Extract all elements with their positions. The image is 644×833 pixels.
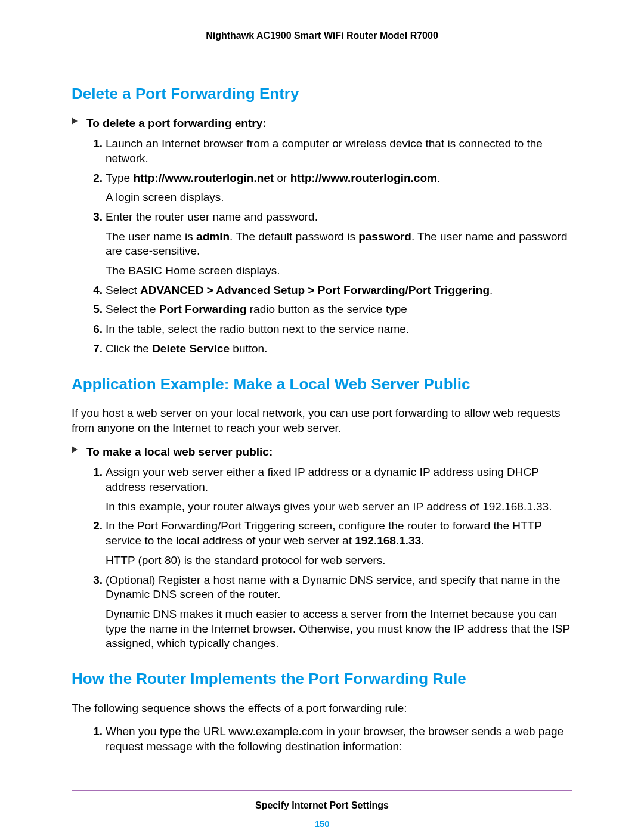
step-item: 5. Select the Port Forwarding radio butt… bbox=[92, 302, 572, 317]
step-number: 1. bbox=[88, 137, 103, 151]
steps-list-implements: 1. When you type the URL www.example.com… bbox=[72, 724, 572, 754]
step-text-part: radio button as the service type bbox=[247, 303, 407, 315]
step-item: 4. Select ADVANCED > Advanced Setup > Po… bbox=[92, 283, 572, 298]
task-lead-delete: To delete a port forwarding entry: bbox=[72, 116, 572, 131]
section-heading-delete: Delete a Port Forwarding Entry bbox=[72, 84, 572, 104]
step-para: A login screen displays. bbox=[106, 190, 572, 205]
step-text: When you type the URL www.example.com in… bbox=[106, 725, 564, 753]
task-lead-example: To make a local web server public: bbox=[72, 445, 572, 460]
footer-page-number: 150 bbox=[72, 818, 572, 830]
step-item: 2. In the Port Forwarding/Port Triggerin… bbox=[92, 519, 572, 568]
step-number: 4. bbox=[88, 283, 103, 298]
step-item: 2. Type http://www.routerlogin.net or ht… bbox=[92, 171, 572, 205]
step-text: In the table, select the radio button ne… bbox=[106, 323, 409, 335]
step-text-bold: Delete Service bbox=[152, 342, 230, 355]
footer-chapter-title: Specify Internet Port Settings bbox=[72, 800, 572, 812]
step-number: 6. bbox=[88, 322, 103, 337]
step-para: In this example, your router always give… bbox=[106, 500, 572, 515]
step-number: 3. bbox=[88, 210, 103, 225]
step-body: (Optional) Register a host name with a D… bbox=[106, 573, 572, 651]
step-text-bold: http://www.routerlogin.com bbox=[290, 172, 437, 184]
step-para: Dynamic DNS makes it much easier to acce… bbox=[106, 607, 572, 651]
step-para: The BASIC Home screen displays. bbox=[106, 264, 572, 278]
step-item: 1. Assign your web server either a fixed… bbox=[92, 465, 572, 514]
step-item: 6. In the table, select the radio button… bbox=[92, 322, 572, 337]
step-text-part: or bbox=[274, 172, 290, 184]
step-text: (Optional) Register a host name with a D… bbox=[106, 574, 560, 601]
step-text-bold: http://www.routerlogin.net bbox=[133, 172, 274, 184]
step-number: 1. bbox=[88, 465, 103, 480]
step-text-part: . bbox=[421, 534, 424, 547]
step-text-part: The user name is bbox=[106, 230, 196, 243]
step-text-part: Select bbox=[106, 284, 140, 296]
step-para: The user name is admin. The default pass… bbox=[106, 230, 572, 259]
chevron-right-icon bbox=[72, 446, 78, 453]
section-heading-example: Application Example: Make a Local Web Se… bbox=[72, 374, 572, 395]
step-number: 2. bbox=[88, 171, 103, 186]
steps-list-delete: 1. Launch an Internet browser from a com… bbox=[72, 137, 572, 356]
footer-rule bbox=[72, 790, 572, 791]
step-body: Launch an Internet browser from a comput… bbox=[106, 137, 572, 166]
step-body: Select ADVANCED > Advanced Setup > Port … bbox=[106, 283, 572, 298]
section-intro: The following sequence shows the effects… bbox=[72, 701, 572, 716]
step-text: Enter the router user name and password. bbox=[106, 210, 318, 223]
step-text-part: . bbox=[437, 172, 440, 184]
section-heading-implements: How the Router Implements the Port Forwa… bbox=[72, 669, 572, 689]
step-text-part: . bbox=[490, 284, 493, 296]
step-body: When you type the URL www.example.com in… bbox=[106, 724, 572, 754]
step-body: Type http://www.routerlogin.net or http:… bbox=[106, 171, 572, 205]
task-lead-text: To make a local web server public: bbox=[86, 445, 273, 458]
step-text-part: Select the bbox=[106, 303, 159, 315]
step-item: 1. When you type the URL www.example.com… bbox=[92, 724, 572, 754]
step-body: Click the Delete Service button. bbox=[106, 342, 572, 357]
step-text-bold: ADVANCED > Advanced Setup > Port Forward… bbox=[140, 284, 490, 296]
step-number: 1. bbox=[88, 724, 103, 739]
step-text-part: Type bbox=[106, 172, 133, 184]
step-body: In the table, select the radio button ne… bbox=[106, 322, 572, 337]
steps-list-example: 1. Assign your web server either a fixed… bbox=[72, 465, 572, 651]
step-text-bold: admin bbox=[196, 230, 230, 243]
step-body: Enter the router user name and password.… bbox=[106, 210, 572, 278]
step-text-part: . The default password is bbox=[230, 230, 358, 243]
step-item: 3. Enter the router user name and passwo… bbox=[92, 210, 572, 278]
step-text-part: In the Port Forwarding/Port Triggering s… bbox=[106, 519, 542, 547]
step-text: Launch an Internet browser from a comput… bbox=[106, 137, 543, 165]
step-para: HTTP (port 80) is the standard protocol … bbox=[106, 553, 572, 568]
step-body: In the Port Forwarding/Port Triggering s… bbox=[106, 519, 572, 568]
task-lead-text: To delete a port forwarding entry: bbox=[86, 117, 267, 129]
step-text-bold: Port Forwarding bbox=[159, 303, 247, 315]
section-intro: If you host a web server on your local n… bbox=[72, 406, 572, 435]
step-body: Assign your web server either a fixed IP… bbox=[106, 465, 572, 514]
step-number: 3. bbox=[88, 573, 103, 588]
step-item: 1. Launch an Internet browser from a com… bbox=[92, 137, 572, 166]
step-item: 3. (Optional) Register a host name with … bbox=[92, 573, 572, 651]
step-body: Select the Port Forwarding radio button … bbox=[106, 302, 572, 317]
step-number: 7. bbox=[88, 342, 103, 357]
step-number: 2. bbox=[88, 519, 103, 534]
chevron-right-icon bbox=[72, 117, 78, 125]
step-number: 5. bbox=[88, 302, 103, 317]
step-text: Assign your web server either a fixed IP… bbox=[106, 466, 539, 493]
step-text-bold: 192.168.1.33 bbox=[355, 534, 421, 547]
step-text-part: button. bbox=[230, 342, 267, 355]
step-text-part: Click the bbox=[106, 342, 152, 355]
header-product-title: Nighthawk AC1900 Smart WiFi Router Model… bbox=[72, 30, 572, 42]
manual-page: Nighthawk AC1900 Smart WiFi Router Model… bbox=[0, 0, 644, 833]
step-text-bold: password bbox=[358, 230, 411, 243]
step-item: 7. Click the Delete Service button. bbox=[92, 342, 572, 357]
